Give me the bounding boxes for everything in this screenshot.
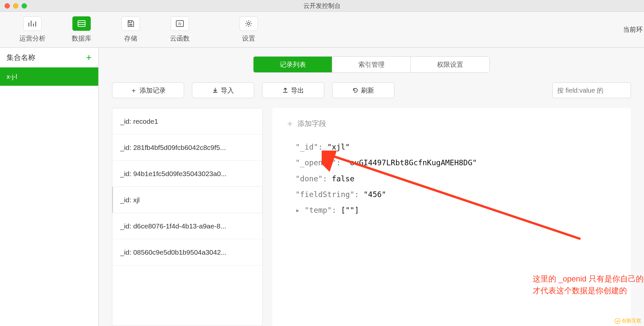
- database-icon: [72, 16, 91, 31]
- add-field-label: 添加字段: [297, 119, 326, 129]
- nav-database-label: 数据库: [72, 34, 91, 43]
- minimize-icon[interactable]: [13, 3, 18, 9]
- nav-storage-label: 存储: [124, 34, 137, 43]
- collection-name: x-j-l: [7, 73, 17, 81]
- tabs: 记录列表 索引管理 权限设置: [99, 48, 644, 73]
- tab-permissions-label: 权限设置: [437, 60, 463, 69]
- export-label: 导出: [291, 86, 304, 95]
- body: 集合名称 + x-j-l 记录列表 索引管理 权限设置 ＋ 添加记录 导入: [0, 48, 644, 326]
- nav-analytics-label: 运营分析: [19, 34, 46, 43]
- search-input[interactable]: [557, 87, 626, 94]
- tab-permissions[interactable]: 权限设置: [411, 57, 489, 72]
- nav-settings[interactable]: 设置: [224, 16, 273, 43]
- maximize-icon[interactable]: [22, 3, 27, 9]
- expand-icon[interactable]: ▸: [295, 202, 300, 218]
- import-label: 导入: [221, 86, 234, 95]
- refresh-button[interactable]: 刷新: [332, 82, 394, 98]
- close-icon[interactable]: [5, 3, 10, 9]
- chart-icon: [23, 16, 42, 31]
- nav-functions[interactable]: fx 云函数: [155, 16, 204, 43]
- sidebar-header: 集合名称 +: [0, 48, 98, 67]
- field-fieldstring[interactable]: "fieldString": "456": [295, 187, 618, 202]
- tab-indexes-label: 索引管理: [358, 60, 385, 69]
- field-done[interactable]: "done": false: [295, 171, 618, 187]
- nav-analytics[interactable]: 运营分析: [8, 16, 57, 43]
- sidebar: 集合名称 + x-j-l: [0, 48, 99, 326]
- main: 记录列表 索引管理 权限设置 ＋ 添加记录 导入 导出 刷新: [99, 48, 644, 326]
- upload-icon: [282, 87, 288, 93]
- annotation-text: 这里的 _openid 只有是你自己的opened时，才代表这个数据是你创建的: [533, 273, 644, 297]
- top-toolbar: 运营分析 数据库 存储 fx 云函数 设置 当前环: [0, 12, 644, 48]
- field-id[interactable]: "_id": "xjl": [295, 139, 618, 155]
- traffic-lights: [0, 3, 27, 9]
- nav-settings-label: 设置: [242, 34, 255, 43]
- watermark-text: 创新互联: [622, 318, 641, 324]
- record-item[interactable]: _id: 08560c9e5d0b1b9504a3042...: [112, 239, 262, 265]
- svg-rect-0: [78, 21, 85, 27]
- function-icon: fx: [171, 16, 189, 31]
- search-box[interactable]: [552, 82, 631, 98]
- import-button[interactable]: 导入: [192, 82, 254, 98]
- svg-point-6: [615, 318, 620, 323]
- watermark: 创新互联: [615, 318, 641, 324]
- env-label[interactable]: 当前环: [623, 25, 643, 34]
- record-item[interactable]: _id: 94b1e1fc5d09fe35043023a0...: [112, 161, 262, 187]
- watermark-icon: [615, 318, 620, 324]
- export-button[interactable]: 导出: [262, 82, 324, 98]
- record-item[interactable]: _id: recode1: [112, 108, 262, 135]
- nav-functions-label: 云函数: [170, 34, 190, 43]
- refresh-label: 刷新: [361, 86, 374, 95]
- record-item[interactable]: _id: 281fb4bf5d09fcb6042c8c9f5...: [112, 135, 262, 161]
- add-record-button[interactable]: ＋ 添加记录: [112, 82, 184, 98]
- record-detail: ＋ 添加字段 "_id": "xjl" "_openid": "ovGI4497…: [273, 108, 631, 326]
- refresh-icon: [352, 87, 358, 93]
- record-item[interactable]: _id: d6ce8076-1f4d-4b13-a9ae-8...: [112, 213, 262, 239]
- tab-indexes[interactable]: 索引管理: [332, 57, 411, 72]
- svg-point-3: [248, 22, 250, 25]
- nav-database[interactable]: 数据库: [57, 16, 106, 43]
- add-collection-icon[interactable]: +: [86, 52, 92, 63]
- content: _id: recode1 _id: 281fb4bf5d09fcb6042c8c…: [99, 105, 644, 326]
- field-temp[interactable]: ▸ "temp": [""]: [295, 202, 618, 218]
- titlebar: 云开发控制台: [0, 0, 644, 12]
- download-icon: [212, 87, 218, 93]
- record-list: _id: recode1 _id: 281fb4bf5d09fcb6042c8c…: [112, 108, 263, 326]
- nav-storage[interactable]: 存储: [106, 16, 155, 43]
- add-field-button[interactable]: ＋ 添加字段: [286, 118, 618, 129]
- plus-icon: ＋: [286, 118, 294, 129]
- tab-records-label: 记录列表: [280, 60, 306, 69]
- add-record-label: 添加记录: [140, 86, 166, 95]
- gear-icon: [239, 16, 258, 31]
- svg-text:fx: fx: [178, 22, 181, 26]
- tab-records[interactable]: 记录列表: [254, 57, 332, 72]
- save-icon: [122, 16, 140, 31]
- sidebar-title: 集合名称: [7, 53, 35, 63]
- plus-icon: ＋: [130, 86, 137, 95]
- window-title: 云开发控制台: [303, 2, 341, 10]
- actionbar: ＋ 添加记录 导入 导出 刷新: [99, 73, 644, 105]
- field-openid[interactable]: "_openid": "ovGI4497LRbt8GcfnKugAMEH8DG": [295, 155, 618, 171]
- record-item-selected[interactable]: _id: xjl: [112, 187, 262, 213]
- collection-item[interactable]: x-j-l: [0, 67, 98, 86]
